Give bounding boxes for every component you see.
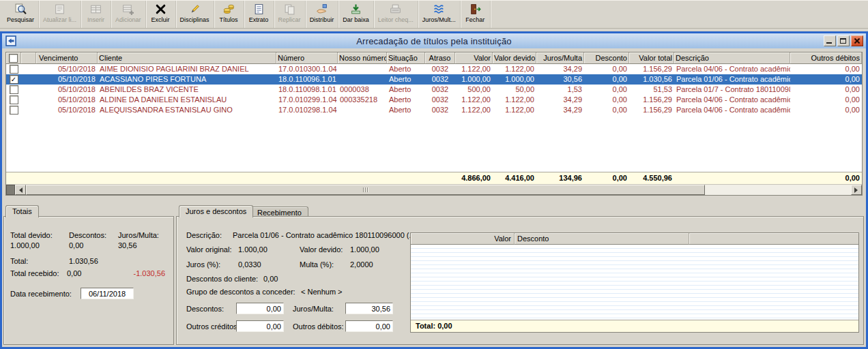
grupo-descontos-label: Grupo de descontos a conceder: [186,288,295,296]
minimize-icon [826,42,832,44]
total-devido-value: 1.000,00 [10,241,40,249]
valor-original-value: 1.000,00 [238,245,267,254]
table-row[interactable]: 05/10/2018AIME DIONISIO PAGLIARINI BRAZ … [6,64,862,74]
cell-nosso-numero [338,74,387,85]
maximize-button[interactable] [837,35,850,46]
toolbar-button-label: Dar baixa [343,16,369,23]
toolbar-button-disciplines[interactable]: Disciplinas [176,1,214,28]
cell-valor-devido: 1.122,00 [493,64,536,74]
toolbar-button-statement[interactable]: Extrato [244,1,274,28]
row-checkbox[interactable]: ✓ [6,74,21,85]
toolbar-button-delete[interactable]: Excluir [146,1,176,28]
cell-vencimento: 05/10/2018 [36,105,98,115]
descontos-input[interactable] [236,303,284,314]
table-row[interactable]: 05/10/2018ALDINE DA DANIELEN ESTANISLAU1… [6,95,862,105]
descontos-cliente-value: 0,00 [263,275,278,283]
toolbar-button-titles[interactable]: Títulos [214,1,244,28]
cell-atraso: 0032 [425,105,455,115]
scroll-right-button[interactable] [851,185,862,195]
scroll-thumb[interactable] [26,185,705,195]
column-header-descricao[interactable]: Descrição [674,52,790,64]
row-checkbox[interactable] [6,64,21,74]
tab-totais[interactable]: Totais [5,205,39,217]
cell-nosso-numero: 0000038 [338,85,387,95]
row-checkbox[interactable] [6,95,21,105]
column-header-valor-total[interactable]: Valor total [629,52,674,64]
table-row[interactable]: ✓05/10/2018ACASSIANO PIRES FORTUNA18.0.1… [6,74,862,85]
totais-panel: Total devido: Descontos: Juros/Multa: 1.… [3,216,174,345]
column-header-desconto[interactable]: Desconto [584,52,629,64]
descontos-cliente-label: Descontos do cliente: [186,275,258,283]
column-header-valor-devido[interactable]: Valor devido [493,52,536,64]
row-marker [21,64,36,74]
valor-column-header[interactable]: Valor [411,233,515,245]
cell-numero: 17.0.010300.1.04 [276,64,338,74]
cell-outros-debitos: 0,00 [790,64,862,74]
column-header-situacao[interactable]: Situação [387,52,425,64]
cell-valor: 500,00 [455,85,493,95]
cell-numero: 18.0.110096.1.01 [276,74,338,85]
cell-desconto: 0,00 [584,74,629,85]
cell-atraso: 0032 [425,74,455,85]
column-header-cliente[interactable]: Cliente [98,52,276,64]
tab-juros-descontos[interactable]: Juros e descontos [179,205,253,217]
multa-value: 2,0000 [350,260,373,269]
minimize-button[interactable] [824,35,836,46]
arrow-right-icon [854,187,860,193]
cell-juros-multa: 30,56 [536,74,584,85]
saldo-value: -1.030,56 [134,269,165,277]
grid-totals-row: 4.866,00 4.416,00 134,96 0,00 4.550,96 0… [6,172,862,184]
close-button[interactable] [851,35,863,46]
cell-atraso: 0032 [425,85,455,95]
data-recebimento-input[interactable] [81,288,134,299]
toolbar-button-search[interactable]: Pesquisar [3,1,39,28]
row-checkbox[interactable] [6,85,21,95]
checkbox-icon [10,85,18,94]
select-all-checkbox[interactable] [6,52,21,64]
horizontal-scrollbar[interactable] [6,184,862,195]
column-header-vencimento[interactable]: Vencimento [36,52,98,64]
valores-table-body[interactable] [411,245,858,320]
outros-creditos-input[interactable] [236,320,284,332]
interest-icon [433,3,445,16]
cell-situacao: Aberto [387,85,425,95]
valores-table-header: Valor Desconto [411,233,858,245]
scroll-left-button[interactable] [15,185,26,195]
total-desconto: 0,00 [584,172,629,183]
arrecadacao-window: Arrecadação de títulos pela instituição … [0,31,868,349]
toolbar-button-label: Atualizar li... [43,16,76,23]
column-header-juros-multa[interactable]: Juros/Multa [536,52,584,64]
table-row[interactable]: 05/10/2018ALEQUISSANDRA ESTANISLAU GINO1… [6,105,862,115]
juros-multa-input[interactable] [345,303,393,314]
cell-cliente: AIME DIONISIO PAGLIARINI BRAZ DANIEL [98,64,276,74]
cell-valor: 1.000,00 [455,74,493,85]
checkbox-checked-icon: ✓ [10,75,18,84]
table-row[interactable]: 05/10/2018ABENILDES BRAZ VICENTE18.0.110… [6,85,862,95]
toolbar-button-refresh: Atualizar li... [39,1,81,28]
column-header-atraso[interactable]: Atraso [425,52,455,64]
total-recebido-value: 0,00 [67,269,81,277]
outros-debitos-input[interactable] [345,320,393,332]
toolbar-button-writeoff[interactable]: Dar baixa [338,1,374,28]
cell-juros-multa: 34,29 [536,95,584,105]
toolbar-button-label: Distribuir [310,16,334,23]
cell-valor-total: 1.156,29 [629,105,674,115]
cell-cliente: ACASSIANO PIRES FORTUNA [98,74,276,85]
grid-header: Vencimento Cliente Número Nosso número S… [6,52,862,64]
juros-value: 0,0330 [238,260,261,269]
descontos-label: Descontos: [69,231,106,239]
column-header-numero[interactable]: Número [276,52,338,64]
toolbar-button-interest[interactable]: Juros/Mult... [418,1,461,28]
cell-vencimento: 05/10/2018 [36,74,98,85]
desconto-column-header[interactable]: Desconto [515,233,689,245]
cell-valor-total: 51,53 [629,85,674,95]
toolbar-button-exit[interactable]: Fechar [461,1,491,28]
column-header-nosso-numero[interactable]: Nosso número [338,52,387,64]
column-header-valor[interactable]: Valor [455,52,493,64]
window-titlebar[interactable]: Arrecadação de títulos pela instituição [2,33,866,48]
cell-cliente: ABENILDES BRAZ VICENTE [98,85,276,95]
toolbar-button-distribute[interactable]: Distribuir [306,1,339,28]
scroll-track[interactable] [705,185,851,195]
row-checkbox[interactable] [6,105,21,115]
column-header-outros-debitos[interactable]: Outros débitos [790,52,862,64]
